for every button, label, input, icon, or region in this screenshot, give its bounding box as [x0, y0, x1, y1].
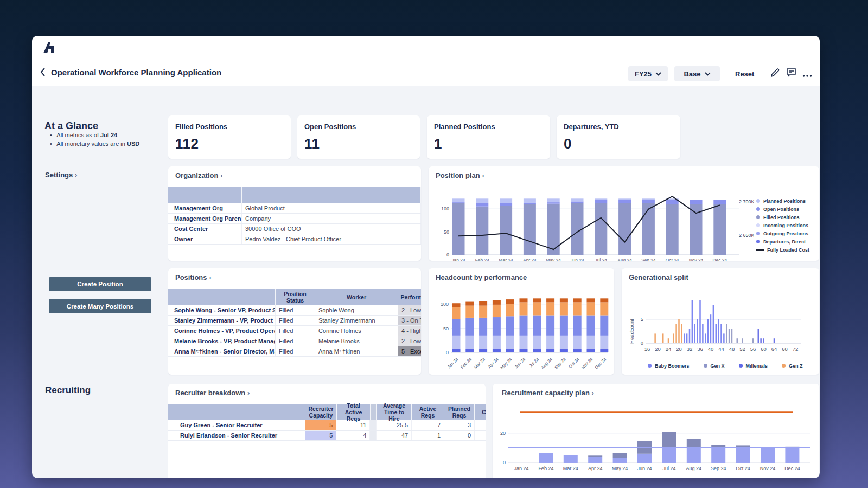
table-row[interactable]: Corinne Holmes - VP, Product Operatio...…: [168, 326, 421, 336]
table-row[interactable]: Sophie Wong - Senior VP, Product Strat..…: [168, 305, 421, 316]
recruiter-name-cell[interactable]: Guy Green - Senior Recruiter: [168, 420, 305, 430]
row-value-cell[interactable]: Company: [242, 214, 421, 223]
svg-text:Headcount: Headcount: [629, 319, 635, 344]
planned-reqs-cell[interactable]: 0: [444, 431, 475, 440]
table-row[interactable]: Melanie Brooks - VP, Product Manage...Fi…: [168, 336, 421, 346]
desktop-background: Operational Workforce Planning Applicati…: [0, 0, 868, 488]
table-row[interactable]: Management Org ParentCompany: [168, 214, 421, 224]
anaplan-logo-icon: [42, 41, 55, 54]
position-status-cell[interactable]: Filled: [276, 305, 315, 315]
worker-cell[interactable]: Anna M≈†kinen: [315, 346, 398, 356]
position-status-cell[interactable]: Filled: [276, 326, 315, 336]
worker-cell[interactable]: Stanley Zimmermann: [315, 316, 398, 325]
recruiter-name-cell[interactable]: Ruiyi Erlandson - Senior Recruiter: [168, 431, 305, 440]
row-label-cell[interactable]: Owner: [168, 234, 242, 244]
header-cell: [168, 289, 276, 305]
row-value-cell[interactable]: 30000 Office of COO: [242, 224, 421, 234]
table-row[interactable]: Guy Green - Senior Recruiter51125.573: [168, 420, 486, 431]
performance-cell[interactable]: 3 - On T: [398, 316, 421, 325]
row-label-cell[interactable]: Cost Center: [168, 224, 242, 234]
legend-item: Baby Boomers: [648, 362, 690, 370]
performance-cell[interactable]: 4 - High: [398, 326, 421, 336]
svg-text:Mar 24: Mar 24: [473, 357, 486, 370]
header-cell: [242, 187, 421, 203]
row-value-cell[interactable]: Pedro Valdez - Chief Product Officer: [242, 234, 421, 244]
create-many-positions-button[interactable]: Create Many Positions: [49, 299, 151, 313]
table-row[interactable]: Stanley Zimmermann - VP, Product Str...F…: [168, 316, 421, 326]
kpi-value: 11: [304, 136, 320, 152]
table-header: [168, 187, 421, 203]
total-active-reqs-cell[interactable]: 4: [336, 431, 370, 440]
worker-cell[interactable]: Corinne Holmes: [315, 326, 398, 336]
table-row[interactable]: Ruiyi Erlandson - Senior Recruiter544710: [168, 431, 486, 441]
edit-pencil-icon[interactable]: [770, 68, 781, 79]
header-cell: Planned Reqs: [444, 404, 475, 420]
headcount-performance-chart: 050100Jan 24Feb 24Mar 24Apr 24May 24Jun …: [429, 268, 614, 375]
page-header: Operational Workforce Planning Applicati…: [32, 60, 820, 86]
table-row[interactable]: Management OrgGlobal Product: [168, 203, 421, 214]
svg-text:Dec 24: Dec 24: [784, 466, 800, 471]
table-row[interactable]: Cost Center30000 Office of COO: [168, 224, 421, 234]
period-dropdown[interactable]: FY25: [628, 66, 668, 81]
position-status-cell[interactable]: Filled: [276, 316, 315, 325]
legend-dot: [756, 232, 760, 235]
performance-cell[interactable]: 2 - Low: [398, 305, 421, 315]
svg-text:52: 52: [739, 346, 745, 352]
total-active-reqs-cell[interactable]: 11: [336, 420, 370, 430]
position-status-cell[interactable]: Filled: [276, 346, 315, 356]
capacity-cell[interactable]: 5: [305, 420, 337, 430]
worker-cell[interactable]: Sophie Wong: [315, 305, 398, 315]
reset-button[interactable]: Reset: [735, 70, 754, 78]
chevron-right-icon: ›: [220, 171, 222, 179]
legend-item: Departures, Direct: [756, 237, 809, 246]
row-label-cell[interactable]: Management Org Parent: [168, 214, 242, 223]
header-cell: C: [475, 404, 486, 420]
position-status-cell[interactable]: Filled: [276, 336, 315, 346]
svg-text:Jul 24: Jul 24: [528, 357, 540, 369]
table-row[interactable]: OwnerPedro Valdez - Chief Product Office…: [168, 234, 421, 245]
clipped-cell[interactable]: [475, 420, 486, 430]
create-position-button[interactable]: Create Position: [49, 277, 151, 291]
chevron-right-icon: ›: [75, 171, 77, 179]
position-name-cell[interactable]: Melanie Brooks - VP, Product Manage...: [168, 336, 276, 346]
kpi-value: 0: [564, 136, 572, 152]
svg-text:60: 60: [761, 346, 767, 352]
position-name-cell[interactable]: Stanley Zimmermann - VP, Product Str...: [168, 316, 276, 325]
legend-dot: [739, 364, 743, 368]
comment-icon[interactable]: [786, 68, 797, 79]
active-reqs-cell[interactable]: 7: [412, 420, 444, 430]
legend-dot: [756, 215, 760, 219]
table-row[interactable]: Anna M≈†kinen - Senior Director, Mark...…: [168, 346, 421, 357]
performance-cell[interactable]: 2 - Low: [398, 336, 421, 346]
active-reqs-cell[interactable]: 1: [412, 431, 444, 440]
avg-time-to-hire-cell[interactable]: 47: [377, 431, 412, 440]
worker-cell[interactable]: Melanie Brooks: [315, 336, 398, 346]
recruiter-breakdown-title[interactable]: Recruiter breakdown ›: [175, 389, 250, 397]
svg-text:50: 50: [444, 229, 449, 235]
position-name-cell[interactable]: Corinne Holmes - VP, Product Operatio...: [168, 326, 276, 336]
headcount-performance-card: Headcount by performance 050100Jan 24Feb…: [429, 268, 614, 375]
position-name-cell[interactable]: Sophie Wong - Senior VP, Product Strat..…: [168, 305, 276, 315]
header-cell: Total Active Reqs: [337, 404, 371, 420]
more-options-icon[interactable]: [802, 70, 813, 81]
svg-text:Dec 24: Dec 24: [713, 258, 727, 261]
spacer-cell: [370, 431, 377, 440]
scenario-dropdown[interactable]: Base: [674, 66, 720, 81]
clipped-cell[interactable]: [475, 431, 486, 440]
planned-reqs-cell[interactable]: 3: [444, 420, 475, 430]
back-button[interactable]: [40, 67, 49, 79]
row-value-cell[interactable]: Global Product: [242, 203, 421, 213]
avg-time-to-hire-cell[interactable]: 25.5: [377, 420, 412, 430]
position-name-cell[interactable]: Anna M≈†kinen - Senior Director, Mark...: [168, 346, 276, 356]
kpi-label: Filled Positions: [175, 123, 227, 131]
positions-card-title[interactable]: Positions ›: [175, 273, 211, 281]
row-label-cell[interactable]: Management Org: [168, 203, 242, 213]
legend-item: Outgoing Positions: [756, 229, 809, 237]
settings-link[interactable]: Settings ›: [45, 171, 77, 179]
performance-cell[interactable]: 5 - Exce: [398, 346, 421, 356]
organization-card-title[interactable]: Organization ›: [175, 171, 222, 179]
svg-text:Oct 24: Oct 24: [736, 466, 750, 471]
svg-text:68: 68: [782, 346, 788, 352]
capacity-cell[interactable]: 5: [305, 431, 337, 440]
svg-text:Nov 24: Nov 24: [689, 258, 704, 261]
